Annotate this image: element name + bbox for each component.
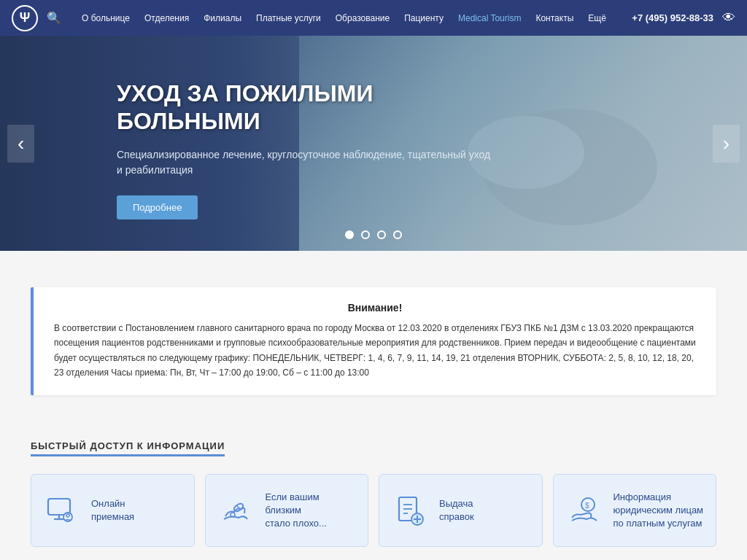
quick-card-emergency[interactable]: Если вашим близким стало плохо... xyxy=(205,474,369,548)
accessibility-icon[interactable]: 👁 xyxy=(722,10,735,26)
notice-wrapper: Внимание! В соответствии с Постановление… xyxy=(0,251,747,424)
quick-card-certificates-label: Выдача справок xyxy=(439,497,474,524)
hero-carousel: ‹ УХОД ЗА ПОЖИЛЫМИ БОЛЬНЫМИ Специализиро… xyxy=(0,36,747,251)
carousel-content: УХОД ЗА ПОЖИЛЫМИ БОЛЬНЫМИ Специализирова… xyxy=(117,79,496,219)
quick-card-online-label: Онлайн приемная xyxy=(91,497,134,524)
quick-card-legal[interactable]: $ Информация юридическим лицам по платны… xyxy=(553,474,717,548)
quick-card-legal-label: Информация юридическим лицам по платным … xyxy=(614,491,705,531)
quick-card-certificates[interactable]: Выдача справок xyxy=(379,474,543,548)
carousel-next-button[interactable]: › xyxy=(713,125,740,163)
nav-patient[interactable]: Пациенту xyxy=(397,13,451,23)
carousel-dot-1[interactable] xyxy=(345,230,354,239)
nav-medical-tourism[interactable]: Medical Tourism xyxy=(451,13,528,23)
search-icon[interactable]: 🔍 xyxy=(47,11,61,25)
carousel-dot-3[interactable] xyxy=(377,230,386,239)
nav-branches[interactable]: Филиалы xyxy=(196,13,249,23)
quick-access-wrapper: БЫСТРЫЙ ДОСТУП К ИНФОРМАЦИИ Онлайн xyxy=(0,424,747,560)
carousel-details-button[interactable]: Подробнее xyxy=(117,195,198,219)
coin-hand-icon: $ xyxy=(565,492,602,529)
phone-number: +7 (495) 952-88-33 xyxy=(632,12,713,23)
main-nav: О больнице Отделения Филиалы Платные усл… xyxy=(74,13,632,23)
svg-text:$: $ xyxy=(585,502,589,510)
nav-education[interactable]: Образование xyxy=(328,13,397,23)
nav-departments[interactable]: Отделения xyxy=(137,13,196,23)
header: Ψ 🔍 О больнице Отделения Филиалы Платные… xyxy=(0,0,747,36)
monitor-person-icon xyxy=(43,492,80,529)
carousel-dots xyxy=(345,230,402,239)
notice-block: Внимание! В соответствии с Постановление… xyxy=(31,287,716,395)
carousel-title: УХОД ЗА ПОЖИЛЫМИ БОЛЬНЫМИ xyxy=(117,79,496,136)
carousel-prev-button[interactable]: ‹ xyxy=(7,125,34,163)
hand-pills-icon xyxy=(217,492,254,529)
nav-more[interactable]: Ещё xyxy=(581,13,614,23)
carousel-dot-4[interactable] xyxy=(393,230,402,239)
nav-contacts[interactable]: Контакты xyxy=(528,13,581,23)
notice-text: В соответствии с Постановлением главного… xyxy=(54,321,696,381)
header-right: +7 (495) 952-88-33 👁 xyxy=(632,10,735,26)
document-plus-icon xyxy=(391,492,427,529)
nav-about[interactable]: О больнице xyxy=(74,13,137,23)
quick-access-title: БЫСТРЫЙ ДОСТУП К ИНФОРМАЦИИ xyxy=(31,440,225,456)
quick-card-online-reception[interactable]: Онлайн приемная xyxy=(31,474,195,548)
logo[interactable]: Ψ xyxy=(12,5,38,31)
nav-paid[interactable]: Платные услуги xyxy=(249,13,328,23)
quick-access-section: БЫСТРЫЙ ДОСТУП К ИНФОРМАЦИИ Онлайн xyxy=(31,439,716,548)
carousel-subtitle: Специализированное лечение, круглосуточн… xyxy=(117,147,496,178)
quick-card-emergency-label: Если вашим близким стало плохо... xyxy=(266,491,357,531)
notice-title: Внимание! xyxy=(54,302,696,314)
quick-access-cards: Онлайн приемная Если вашим близким xyxy=(31,474,716,548)
carousel-dot-2[interactable] xyxy=(361,230,370,239)
